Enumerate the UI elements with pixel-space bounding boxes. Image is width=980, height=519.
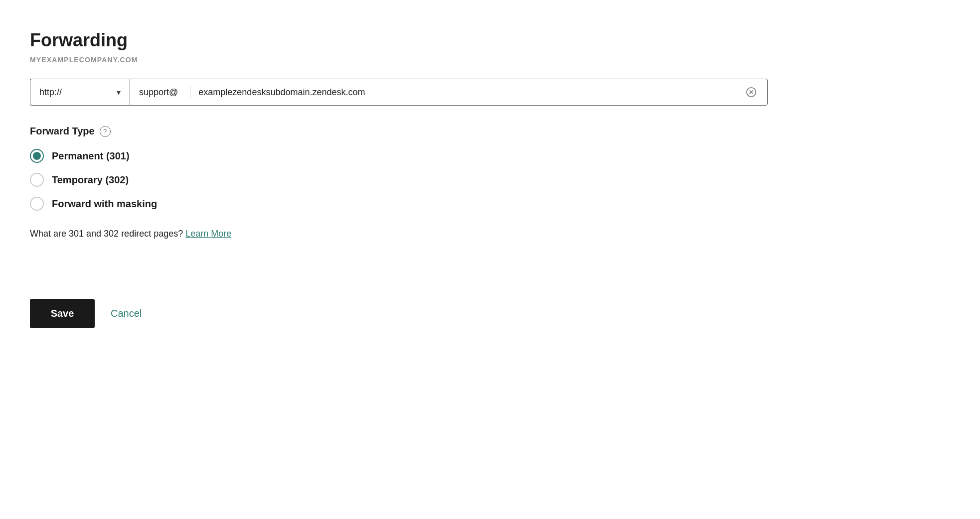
radio-label-temporary: Temporary (302) [52, 174, 129, 186]
cancel-button[interactable]: Cancel [111, 308, 142, 319]
redirect-info-text: What are 301 and 302 redirect pages? [30, 229, 183, 239]
url-prefix: support@ [139, 87, 178, 98]
radio-label-permanent: Permanent (301) [52, 150, 130, 162]
learn-more-link[interactable]: Learn More [185, 229, 231, 239]
close-icon [746, 87, 757, 98]
redirect-info: What are 301 and 302 redirect pages? Lea… [30, 229, 950, 239]
help-icon[interactable]: ? [100, 126, 111, 137]
radio-group: Permanent (301) Temporary (302) Forward … [30, 149, 950, 211]
chevron-down-icon: ▾ [117, 88, 121, 97]
radio-circle-permanent [30, 149, 44, 163]
radio-label-masking: Forward with masking [52, 198, 157, 210]
clear-button[interactable] [744, 85, 758, 99]
radio-circle-temporary [30, 173, 44, 187]
forward-type-section: Forward Type ? Permanent (301) Temporary… [30, 126, 950, 211]
radio-item-temporary[interactable]: Temporary (302) [30, 173, 950, 187]
page-title: Forwarding [30, 30, 950, 51]
url-input-wrapper: support@ examplezendesksubdomain.zendesk… [130, 79, 768, 106]
domain-label: MYEXAMPLECOMPANY.COM [30, 56, 950, 64]
forward-type-label: Forward Type ? [30, 126, 950, 137]
radio-item-masking[interactable]: Forward with masking [30, 197, 950, 211]
forward-type-text: Forward Type [30, 126, 95, 137]
url-separator [190, 86, 190, 98]
protocol-select[interactable]: http:// ▾ [30, 79, 130, 106]
url-domain-value: examplezendesksubdomain.zendesk.com [198, 87, 758, 98]
radio-item-permanent[interactable]: Permanent (301) [30, 149, 950, 163]
save-button[interactable]: Save [30, 299, 95, 328]
protocol-value: http:// [39, 87, 62, 98]
actions-row: Save Cancel [30, 299, 950, 328]
url-row: http:// ▾ support@ examplezendesksubdoma… [30, 79, 768, 106]
radio-circle-masking [30, 197, 44, 211]
